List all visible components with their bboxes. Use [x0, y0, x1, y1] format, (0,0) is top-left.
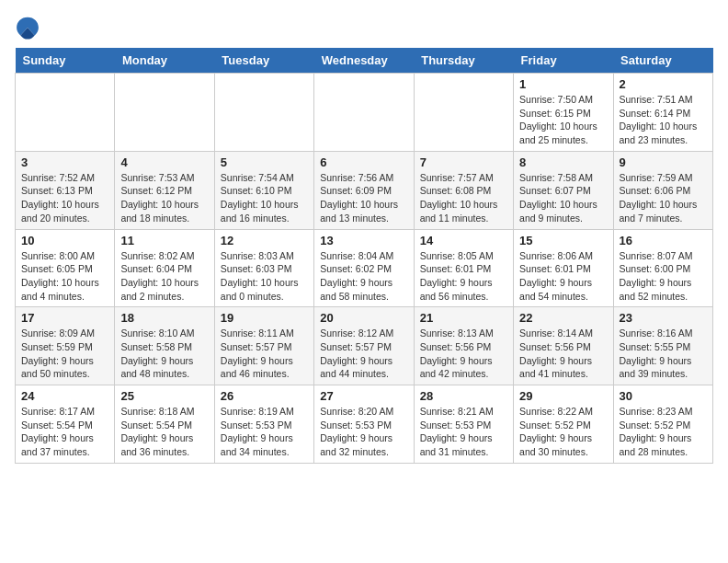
calendar-cell: 11Sunrise: 8:02 AMSunset: 6:04 PMDayligh… — [115, 229, 214, 307]
day-number: 1 — [519, 77, 607, 91]
day-info: Sunrise: 7:51 AMSunset: 6:14 PMDaylight:… — [620, 93, 707, 147]
weekday-header-row: SundayMondayTuesdayWednesdayThursdayFrid… — [16, 48, 713, 74]
day-info: Sunrise: 7:57 AMSunset: 6:08 PMDaylight:… — [420, 171, 507, 225]
day-number: 3 — [21, 155, 108, 169]
weekday-header-saturday: Saturday — [613, 48, 712, 74]
weekday-header-friday: Friday — [514, 48, 613, 74]
day-info: Sunrise: 8:06 AMSunset: 6:01 PMDaylight:… — [519, 249, 607, 304]
day-info: Sunrise: 7:50 AMSunset: 6:15 PMDaylight:… — [519, 93, 607, 147]
weekday-header-monday: Monday — [115, 48, 214, 74]
day-number: 14 — [420, 234, 507, 247]
calendar-cell: 20Sunrise: 8:12 AMSunset: 5:57 PMDayligh… — [314, 307, 414, 385]
calendar-cell: 8Sunrise: 7:58 AMSunset: 6:07 PMDaylight… — [514, 151, 613, 229]
calendar-cell: 18Sunrise: 8:10 AMSunset: 5:58 PMDayligh… — [115, 307, 214, 385]
day-info: Sunrise: 8:13 AMSunset: 5:56 PMDaylight:… — [420, 327, 507, 381]
day-info: Sunrise: 8:16 AMSunset: 5:55 PMDaylight:… — [620, 327, 707, 381]
day-number: 21 — [420, 311, 507, 325]
day-info: Sunrise: 8:17 AMSunset: 5:54 PMDaylight:… — [21, 405, 108, 459]
calendar-body: 1Sunrise: 7:50 AMSunset: 6:15 PMDaylight… — [16, 74, 713, 464]
weekday-header-thursday: Thursday — [414, 48, 513, 74]
calendar-cell: 28Sunrise: 8:21 AMSunset: 5:53 PMDayligh… — [414, 385, 513, 464]
logo — [15, 15, 44, 40]
calendar-cell: 3Sunrise: 7:52 AMSunset: 6:13 PMDaylight… — [16, 151, 115, 229]
day-number: 30 — [620, 389, 707, 403]
logo-icon — [15, 15, 40, 40]
day-info: Sunrise: 8:03 AMSunset: 6:03 PMDaylight:… — [221, 249, 308, 304]
day-number: 10 — [21, 234, 108, 247]
day-info: Sunrise: 8:11 AMSunset: 5:57 PMDaylight:… — [221, 327, 308, 381]
calendar-cell: 9Sunrise: 7:59 AMSunset: 6:06 PMDaylight… — [613, 151, 712, 229]
day-info: Sunrise: 7:54 AMSunset: 6:10 PMDaylight:… — [221, 171, 308, 225]
day-info: Sunrise: 7:52 AMSunset: 6:13 PMDaylight:… — [21, 171, 108, 225]
calendar-cell: 15Sunrise: 8:06 AMSunset: 6:01 PMDayligh… — [514, 229, 613, 307]
calendar-week-row: 24Sunrise: 8:17 AMSunset: 5:54 PMDayligh… — [16, 385, 713, 464]
day-number: 16 — [620, 234, 707, 247]
calendar-cell: 30Sunrise: 8:23 AMSunset: 5:52 PMDayligh… — [613, 385, 712, 464]
day-info: Sunrise: 7:58 AMSunset: 6:07 PMDaylight:… — [519, 171, 607, 225]
day-info: Sunrise: 8:07 AMSunset: 6:00 PMDaylight:… — [620, 249, 707, 304]
calendar-cell: 19Sunrise: 8:11 AMSunset: 5:57 PMDayligh… — [214, 307, 313, 385]
day-info: Sunrise: 7:53 AMSunset: 6:12 PMDaylight:… — [120, 171, 208, 225]
day-number: 17 — [21, 311, 108, 325]
day-number: 23 — [620, 311, 707, 325]
calendar-cell — [115, 74, 214, 152]
weekday-header-wednesday: Wednesday — [314, 48, 414, 74]
page-container: SundayMondayTuesdayWednesdayThursdayFrid… — [15, 15, 713, 464]
day-number: 15 — [519, 234, 607, 247]
calendar-cell — [214, 74, 313, 152]
calendar-cell: 25Sunrise: 8:18 AMSunset: 5:54 PMDayligh… — [115, 385, 214, 464]
day-number: 27 — [320, 389, 407, 403]
calendar-cell: 12Sunrise: 8:03 AMSunset: 6:03 PMDayligh… — [214, 229, 313, 307]
day-number: 6 — [320, 155, 407, 169]
day-info: Sunrise: 8:09 AMSunset: 5:59 PMDaylight:… — [21, 327, 108, 381]
day-number: 19 — [221, 311, 308, 325]
day-number: 25 — [120, 389, 208, 403]
day-info: Sunrise: 8:14 AMSunset: 5:56 PMDaylight:… — [519, 327, 607, 381]
calendar-cell — [314, 74, 414, 152]
day-number: 2 — [620, 77, 707, 91]
weekday-header-sunday: Sunday — [16, 48, 115, 74]
calendar-cell: 17Sunrise: 8:09 AMSunset: 5:59 PMDayligh… — [16, 307, 115, 385]
calendar-week-row: 1Sunrise: 7:50 AMSunset: 6:15 PMDaylight… — [16, 74, 713, 152]
calendar-week-row: 3Sunrise: 7:52 AMSunset: 6:13 PMDaylight… — [16, 151, 713, 229]
calendar-cell: 13Sunrise: 8:04 AMSunset: 6:02 PMDayligh… — [314, 229, 414, 307]
calendar-cell: 24Sunrise: 8:17 AMSunset: 5:54 PMDayligh… — [16, 385, 115, 464]
day-number: 18 — [120, 311, 208, 325]
day-info: Sunrise: 7:59 AMSunset: 6:06 PMDaylight:… — [620, 171, 707, 225]
day-info: Sunrise: 8:20 AMSunset: 5:53 PMDaylight:… — [320, 405, 407, 459]
calendar-cell: 16Sunrise: 8:07 AMSunset: 6:00 PMDayligh… — [613, 229, 712, 307]
calendar-week-row: 10Sunrise: 8:00 AMSunset: 6:05 PMDayligh… — [16, 229, 713, 307]
day-number: 13 — [320, 234, 407, 247]
day-info: Sunrise: 8:12 AMSunset: 5:57 PMDaylight:… — [320, 327, 407, 381]
day-info: Sunrise: 8:00 AMSunset: 6:05 PMDaylight:… — [21, 249, 108, 304]
day-info: Sunrise: 8:23 AMSunset: 5:52 PMDaylight:… — [620, 405, 707, 459]
calendar-cell: 7Sunrise: 7:57 AMSunset: 6:08 PMDaylight… — [414, 151, 513, 229]
day-info: Sunrise: 8:22 AMSunset: 5:52 PMDaylight:… — [519, 405, 607, 459]
calendar-table: SundayMondayTuesdayWednesdayThursdayFrid… — [15, 48, 713, 464]
day-number: 28 — [420, 389, 507, 403]
calendar-cell: 26Sunrise: 8:19 AMSunset: 5:53 PMDayligh… — [214, 385, 313, 464]
calendar-cell: 1Sunrise: 7:50 AMSunset: 6:15 PMDaylight… — [514, 74, 613, 152]
day-number: 20 — [320, 311, 407, 325]
day-number: 7 — [420, 155, 507, 169]
calendar-cell: 4Sunrise: 7:53 AMSunset: 6:12 PMDaylight… — [115, 151, 214, 229]
day-number: 12 — [221, 234, 308, 247]
header-section — [15, 15, 713, 40]
day-info: Sunrise: 8:05 AMSunset: 6:01 PMDaylight:… — [420, 249, 507, 304]
calendar-cell: 27Sunrise: 8:20 AMSunset: 5:53 PMDayligh… — [314, 385, 414, 464]
calendar-header: SundayMondayTuesdayWednesdayThursdayFrid… — [16, 48, 713, 74]
day-info: Sunrise: 8:04 AMSunset: 6:02 PMDaylight:… — [320, 249, 407, 304]
day-number: 5 — [221, 155, 308, 169]
calendar-cell: 6Sunrise: 7:56 AMSunset: 6:09 PMDaylight… — [314, 151, 414, 229]
day-info: Sunrise: 8:10 AMSunset: 5:58 PMDaylight:… — [120, 327, 208, 381]
calendar-cell: 21Sunrise: 8:13 AMSunset: 5:56 PMDayligh… — [414, 307, 513, 385]
calendar-cell: 22Sunrise: 8:14 AMSunset: 5:56 PMDayligh… — [514, 307, 613, 385]
day-info: Sunrise: 8:21 AMSunset: 5:53 PMDaylight:… — [420, 405, 507, 459]
day-info: Sunrise: 7:56 AMSunset: 6:09 PMDaylight:… — [320, 171, 407, 225]
calendar-cell — [16, 74, 115, 152]
calendar-cell — [414, 74, 513, 152]
calendar-cell: 14Sunrise: 8:05 AMSunset: 6:01 PMDayligh… — [414, 229, 513, 307]
day-number: 22 — [519, 311, 607, 325]
calendar-cell: 10Sunrise: 8:00 AMSunset: 6:05 PMDayligh… — [16, 229, 115, 307]
day-number: 11 — [120, 234, 208, 247]
